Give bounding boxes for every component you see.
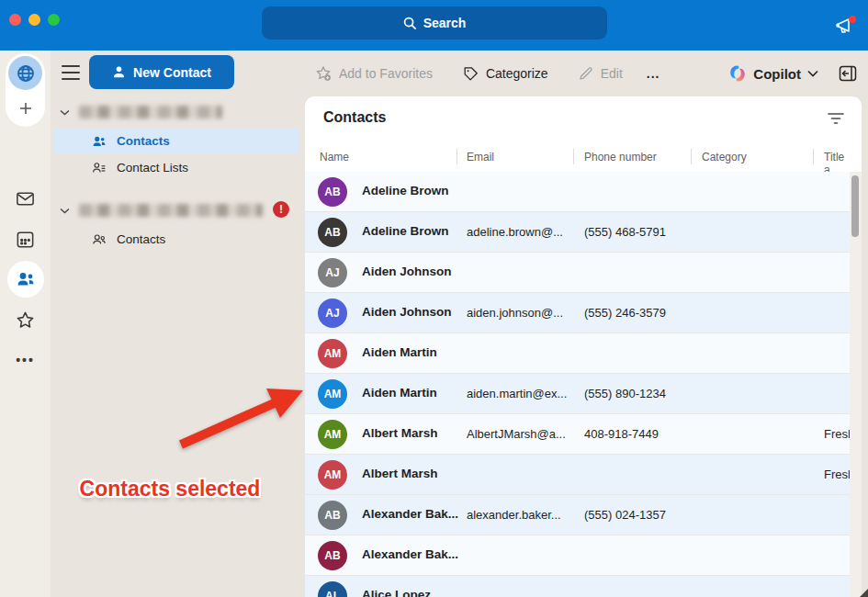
chevron-down-icon (807, 70, 818, 77)
account-2-header[interactable] (60, 201, 263, 220)
account-1-header[interactable] (60, 103, 222, 121)
star-icon (15, 310, 36, 331)
add-account-button[interactable] (9, 92, 41, 124)
mail-icon (15, 188, 36, 209)
table-row[interactable]: AL Alice Lopez (305, 576, 850, 597)
notification-dot (849, 16, 856, 23)
more-apps-button[interactable]: ••• (7, 342, 44, 378)
edit-button[interactable]: Edit (578, 65, 623, 82)
contacts-outline-icon (91, 231, 107, 248)
calendar-icon (15, 229, 36, 250)
account-1-name-redacted (79, 106, 222, 118)
account-switcher (6, 53, 45, 127)
contact-name: Adeline Brown (362, 224, 465, 238)
filter-icon[interactable] (828, 112, 844, 125)
table-header: Name Email Phone number Category Title a (305, 145, 850, 172)
avatar: AJ (318, 298, 347, 328)
hamburger-menu-button[interactable] (62, 65, 80, 80)
ellipsis-icon: ... (647, 66, 660, 81)
contacts-list: AB Adeline Brown AB Adeline Brown adelin… (305, 172, 850, 597)
table-row[interactable]: AJ Aiden Johnson (305, 253, 850, 293)
close-window-button[interactable] (9, 14, 21, 26)
mail-nav-button[interactable] (7, 180, 44, 217)
contact-phone: 408-918-7449 (584, 427, 699, 441)
minimize-window-button[interactable] (28, 14, 40, 26)
contact-name: Albert Marsh (362, 467, 465, 480)
copilot-button[interactable]: Copilot (728, 64, 818, 83)
person-icon (112, 65, 126, 79)
folder-sidebar: New Contact Contacts Contact Lists ! Con… (51, 51, 305, 597)
column-header-name[interactable]: Name (320, 151, 349, 163)
sidebar-item-contacts-1[interactable]: Contacts (53, 128, 299, 154)
announcements-icon[interactable] (834, 13, 860, 39)
categorize-button[interactable]: Categorize (462, 65, 548, 83)
table-row[interactable]: AM Albert Marsh Fresh (305, 455, 850, 495)
scrollbar-thumb[interactable] (851, 175, 859, 237)
column-header-category[interactable]: Category (702, 151, 747, 163)
avatar: AL (318, 581, 347, 597)
table-row[interactable]: AB Adeline Brown (305, 172, 850, 212)
table-row[interactable]: AB Alexander Bak... (305, 535, 850, 576)
avatar: AM (318, 460, 347, 490)
column-header-phone[interactable]: Phone number (584, 151, 657, 163)
account-error-badge[interactable]: ! (273, 201, 289, 218)
copilot-icon (728, 64, 747, 83)
tag-icon (462, 65, 479, 83)
globe-icon (16, 63, 36, 84)
contact-title: Fresh (824, 427, 850, 441)
add-to-favorites-button[interactable]: Add to Favorites (314, 64, 433, 83)
column-divider (691, 149, 692, 164)
account-avatar[interactable] (8, 56, 42, 90)
avatar: AM (318, 339, 347, 368)
favorites-nav-button[interactable] (7, 301, 44, 338)
plus-icon (18, 101, 33, 116)
avatar: AB (318, 218, 347, 247)
table-row[interactable]: AM Albert Marsh AlbertJMarsh@a... 408-91… (305, 414, 850, 455)
column-header-email[interactable]: Email (467, 151, 494, 163)
people-icon (15, 268, 37, 290)
calendar-nav-button[interactable] (7, 220, 44, 257)
table-row-arrow-target[interactable]: AM Aiden Martin aiden.martin@ex... (555)… (305, 374, 850, 414)
people-nav-button[interactable] (7, 261, 44, 298)
window-corner-shadow (860, 589, 868, 597)
table-row[interactable]: AJ Aiden Johnson aiden.johnson@... (555)… (305, 293, 850, 333)
account-2-name-redacted (79, 204, 263, 217)
copilot-label: Copilot (753, 66, 801, 82)
edit-label: Edit (601, 66, 623, 81)
contact-email: adeline.brown@... (467, 225, 579, 239)
contact-lists-icon (91, 160, 107, 176)
open-pane-icon (839, 65, 857, 82)
contact-name: Adeline Brown (362, 184, 465, 197)
contact-email: alexander.baker... (467, 508, 579, 522)
table-row[interactable]: AB Adeline Brown adeline.brown@... (555)… (305, 212, 850, 253)
contact-phone: (555) 246-3579 (584, 306, 699, 320)
contact-email: aiden.johnson@... (467, 306, 579, 320)
annotation-text: Contacts selected (64, 477, 276, 501)
contacts-icon (91, 133, 107, 150)
contact-name: Alexander Bak... (362, 507, 465, 521)
toolbar-overflow-button[interactable]: ... (647, 66, 660, 81)
page-title: Contacts (323, 109, 386, 126)
search-input[interactable]: Search (262, 6, 607, 39)
new-contact-button[interactable]: New Contact (89, 55, 234, 89)
sidebar-item-label: Contacts (117, 134, 170, 148)
column-divider (573, 149, 574, 164)
sidebar-item-label: Contacts (117, 232, 165, 246)
zoom-window-button[interactable] (48, 14, 60, 26)
table-row[interactable]: AM Aiden Martin (305, 333, 850, 374)
avatar: AB (318, 541, 347, 570)
chevron-down-icon (60, 109, 70, 116)
contact-phone: (555) 468-5791 (584, 225, 699, 239)
contact-name: Alice Lopez (362, 588, 465, 597)
contact-name: Alexander Bak... (362, 547, 465, 561)
sidebar-item-contacts-2[interactable]: Contacts (53, 226, 299, 253)
open-pane-button[interactable] (839, 65, 857, 82)
contact-name: Aiden Johnson (362, 305, 465, 319)
app-rail: ••• (0, 51, 51, 597)
sidebar-item-contact-lists[interactable]: Contact Lists (53, 154, 299, 181)
contact-phone: (555) 890-1234 (584, 387, 699, 400)
contact-title: Fresh (824, 467, 850, 481)
window-controls[interactable] (9, 14, 60, 26)
table-row[interactable]: AB Alexander Bak... alexander.baker... (… (305, 495, 850, 535)
ellipsis-icon: ••• (16, 353, 35, 367)
